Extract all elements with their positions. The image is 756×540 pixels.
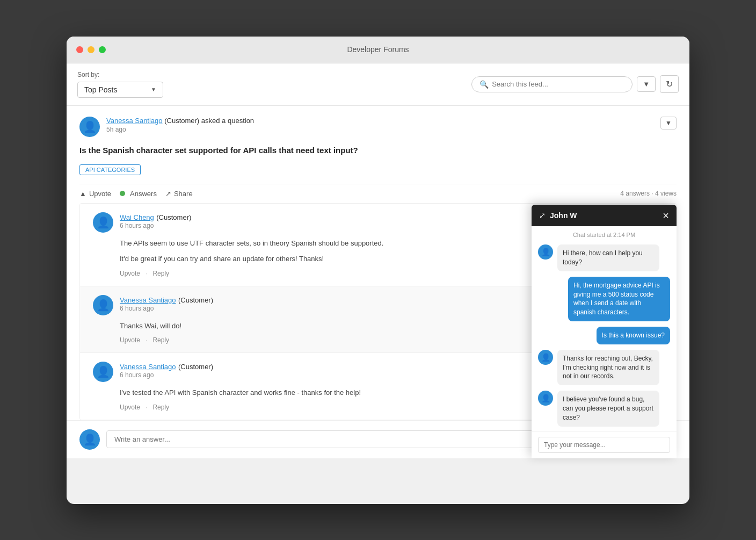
answer-author-name-2[interactable]: Vanessa Santiago	[120, 296, 176, 304]
chevron-down-icon: ▼	[151, 87, 156, 92]
separator: ·	[146, 336, 147, 344]
separator: ·	[146, 270, 147, 277]
avatar-icon: 👤	[97, 299, 110, 312]
post-time: 5h ago	[106, 126, 254, 133]
chat-message: Is this a known issue?	[538, 327, 670, 344]
answer-author-name-1[interactable]: Wai Cheng	[120, 213, 154, 221]
answer-author-role-1: (Customer)	[156, 213, 191, 221]
avatar-icon: 👤	[541, 353, 550, 362]
chat-message: 👤 Thanks for reaching out, Becky, I'm ch…	[538, 350, 670, 385]
browser-window: Developer Forums Sort by: Top Posts ▼ 🔍 …	[67, 37, 689, 504]
post-author-name[interactable]: Vanessa Santiago	[106, 117, 163, 125]
share-button[interactable]: ↗ Share	[165, 190, 193, 198]
chat-started-text: Chat started at 2:14 PM	[532, 226, 677, 240]
chat-message: 👤 Hi there, how can I help you today?	[538, 244, 670, 271]
chat-input[interactable]	[538, 437, 670, 453]
share-icon: ↗	[165, 190, 171, 198]
answer-reply-1[interactable]: Reply	[152, 270, 169, 277]
chat-header: ⤢ John W ×	[532, 205, 677, 226]
titlebar: Developer Forums	[67, 37, 689, 63]
api-tag[interactable]: API CATEGORIES	[79, 164, 677, 184]
post-question: Is the Spanish character set supported f…	[79, 145, 677, 156]
answers-button[interactable]: Answers	[120, 190, 157, 198]
answer-upvote-1[interactable]: Upvote	[120, 270, 140, 277]
chat-message: Hi, the mortgage advice API is giving me…	[538, 277, 670, 321]
answer-avatar-1: 👤	[93, 212, 113, 233]
post-actions: ▲ Upvote Answers ↗ Share 4 answers · 4 v…	[79, 184, 677, 203]
avatar-icon: 👤	[541, 394, 550, 402]
search-box: 🔍	[471, 76, 633, 92]
avatar-icon: 👤	[97, 365, 110, 378]
answer-time-1: 6 hours ago	[120, 222, 191, 229]
answer-reply-3[interactable]: Reply	[152, 404, 169, 411]
chat-panel: ⤢ John W × Chat started at 2:14 PM 👤 Hi …	[532, 205, 677, 458]
window-title: Developer Forums	[347, 45, 409, 54]
search-input[interactable]	[492, 80, 624, 88]
traffic-lights	[76, 46, 106, 53]
answer-reply-2[interactable]: Reply	[152, 336, 169, 344]
answers-dot-icon	[120, 191, 125, 196]
chat-agent-avatar: 👤	[538, 391, 553, 406]
answer-avatar-3: 👤	[93, 362, 113, 382]
minimize-window-btn[interactable]	[88, 46, 95, 53]
chat-bubble: Is this a known issue?	[597, 327, 670, 344]
upvote-label: Upvote	[89, 190, 111, 198]
answer-meta-3: Vanessa Santiago (Customer) 6 hours ago	[120, 362, 213, 379]
refresh-button[interactable]: ↻	[660, 75, 679, 93]
answer-author-line-1: Wai Cheng (Customer)	[120, 212, 191, 222]
chat-bubble: Hi there, how can I help you today?	[557, 244, 659, 271]
toolbar: Sort by: Top Posts ▼ 🔍 ▼ ↻	[67, 63, 689, 106]
separator: ·	[146, 404, 147, 411]
post-header-left: 👤 Vanessa Santiago (Customer) asked a qu…	[79, 117, 254, 137]
sort-label: Sort by:	[77, 71, 163, 78]
avatar-icon: 👤	[97, 216, 110, 229]
post-area: 👤 Vanessa Santiago (Customer) asked a qu…	[67, 106, 689, 203]
sort-dropdown-value: Top Posts	[84, 85, 147, 94]
answer-upvote-3[interactable]: Upvote	[120, 404, 140, 411]
avatar-icon: 👤	[541, 248, 550, 256]
answer-time-2: 6 hours ago	[120, 305, 213, 312]
avatar-icon: 👤	[83, 120, 97, 133]
answer-avatar-2: 👤	[93, 295, 113, 315]
chat-title: John W	[550, 211, 577, 220]
filter-icon: ▼	[643, 80, 650, 88]
answer-meta-1: Wai Cheng (Customer) 6 hours ago	[120, 212, 191, 229]
post-author-line: Vanessa Santiago (Customer) asked a ques…	[106, 117, 254, 125]
chat-expand-button[interactable]: ⤢	[539, 211, 546, 220]
filter-button[interactable]: ▼	[637, 76, 656, 92]
post-author-avatar: 👤	[79, 117, 100, 137]
post-meta: Vanessa Santiago (Customer) asked a ques…	[106, 117, 254, 133]
post-actions-left: ▲ Upvote Answers ↗ Share	[79, 190, 193, 198]
answer-time-3: 6 hours ago	[120, 371, 213, 379]
chat-bubble: I believe you've found a bug, can you pl…	[557, 391, 659, 426]
chat-agent-avatar: 👤	[538, 350, 553, 365]
chat-message: 👤 I believe you've found a bug, can you …	[538, 391, 670, 426]
answer-author-line-2: Vanessa Santiago (Customer)	[120, 295, 213, 305]
post-header: 👤 Vanessa Santiago (Customer) asked a qu…	[79, 117, 677, 137]
answer-upvote-2[interactable]: Upvote	[120, 336, 140, 344]
answer-meta-2: Vanessa Santiago (Customer) 6 hours ago	[120, 295, 213, 312]
chat-bubble: Thanks for reaching out, Becky, I'm chec…	[557, 350, 659, 385]
sort-section: Sort by: Top Posts ▼	[77, 71, 163, 98]
answer-author-name-3[interactable]: Vanessa Santiago	[120, 363, 176, 371]
maximize-window-btn[interactable]	[99, 46, 106, 53]
upvote-icon: ▲	[79, 190, 86, 198]
chat-bubble: Hi, the mortgage advice API is giving me…	[568, 277, 670, 321]
answer-author-role-2: (Customer)	[178, 296, 213, 304]
avatar-icon: 👤	[83, 433, 97, 446]
answer-author-line-3: Vanessa Santiago (Customer)	[120, 362, 213, 371]
answers-count: 4 answers · 4 views	[620, 190, 677, 197]
close-window-btn[interactable]	[76, 46, 83, 53]
answer-author-role-3: (Customer)	[178, 363, 213, 371]
search-icon: 🔍	[479, 80, 489, 89]
write-answer-avatar: 👤	[79, 429, 100, 450]
upvote-button[interactable]: ▲ Upvote	[79, 190, 111, 198]
sort-dropdown[interactable]: Top Posts ▼	[77, 82, 163, 98]
chat-messages: 👤 Hi there, how can I help you today? Hi…	[532, 240, 677, 430]
chat-input-area	[532, 431, 677, 458]
post-dropdown-button[interactable]: ▼	[660, 117, 677, 129]
chat-close-button[interactable]: ×	[663, 210, 669, 221]
answers-label: Answers	[130, 190, 157, 198]
search-area: 🔍 ▼ ↻	[471, 75, 679, 93]
chat-agent-avatar: 👤	[538, 244, 553, 260]
